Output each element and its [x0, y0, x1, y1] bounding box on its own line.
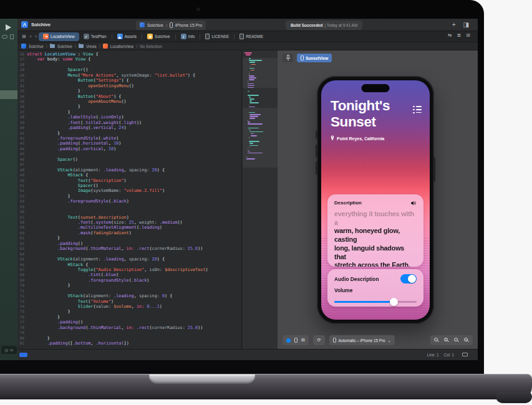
breadcrumb-item[interactable]: Solchive: [29, 44, 44, 49]
zoom-in-button[interactable]: +: [464, 338, 469, 343]
code-line: 60 .mask(fadingGradient): [17, 231, 241, 236]
testplan-icon: ✓: [84, 34, 89, 39]
minimap-line: [248, 122, 250, 123]
run-button[interactable]: [6, 24, 11, 31]
breakpoint-tag[interactable]: [19, 353, 27, 357]
code-line: 47: [17, 162, 241, 167]
selectable-preview-icon[interactable]: [294, 338, 297, 343]
code-editor[interactable]: 16struct LocationView : View {17 var bod…: [17, 50, 242, 349]
code-line: 64: [17, 252, 241, 257]
add-button[interactable]: +: [452, 21, 456, 29]
tab-assets[interactable]: Assets: [113, 32, 142, 41]
minimap-line: [249, 75, 254, 77]
back-button[interactable]: ‹: [30, 34, 32, 39]
line-indicator: Line: 1: [427, 353, 439, 357]
add-editor-icon[interactable]: ⊞: [466, 32, 470, 38]
zoom-out-button[interactable]: −: [434, 338, 439, 343]
editor-options-icon[interactable]: ≣: [457, 32, 462, 38]
location-row: Point Reyes, California: [331, 135, 384, 141]
rotate-device-button[interactable]: ⟳: [313, 335, 324, 345]
jump-bar: Solchive ⟩ Solchive ⟩ Views ⟩ LocationVi…: [17, 42, 478, 50]
debug-bar-pill[interactable]: ◷ ▭: [1, 346, 17, 354]
tab-locationview[interactable]: LocationView: [39, 32, 79, 41]
zoom-fit-button[interactable]: ▫: [454, 338, 459, 343]
location-pin-icon: [331, 135, 334, 141]
zoom-controls: − 1 ▫ +: [430, 335, 473, 345]
rotate-icon: ⟳: [317, 337, 321, 343]
breadcrumb-item[interactable]: No Selection: [140, 44, 162, 49]
display-icon[interactable]: [462, 353, 468, 356]
forward-button[interactable]: ›: [35, 34, 37, 39]
dynamic-island: [362, 84, 390, 92]
swift-file-icon: [43, 34, 49, 39]
toolbar: Solchive Solchive ⟩ iPhone 15 Pro Build …: [17, 19, 478, 31]
macbook-screen-bezel: ◷ ▭ Solchive Solchive ⟩ iPhone 15 Pro: [0, 0, 484, 374]
speaker-icon[interactable]: [410, 201, 417, 206]
macbook-chassis: [0, 374, 532, 399]
code-line: 79: [17, 330, 241, 335]
code-line: 77 .padding(): [17, 320, 241, 325]
inspector-toggle-icon[interactable]: ◨: [463, 21, 469, 29]
breadcrumb-item[interactable]: LocationView: [110, 44, 133, 49]
audio-description-label: Audio Description: [334, 276, 379, 282]
minimap-line: [248, 87, 254, 88]
code-line: 81 .padding([.bottom, .horizontal]): [17, 341, 241, 346]
iphone-icon: [170, 22, 173, 28]
code-line: 56: [17, 209, 241, 214]
zoom-actual-button[interactable]: 1: [444, 338, 449, 343]
tab-license[interactable]: LICENSE: [201, 32, 233, 41]
description-line: stretch across the Earth. The: [334, 261, 417, 267]
code-line: 70 }: [17, 283, 241, 288]
minimap[interactable]: [242, 50, 278, 349]
variants-grid-icon[interactable]: ⊞: [301, 337, 305, 343]
tab-testplan[interactable]: ✓ TestPlan: [79, 32, 111, 41]
minimap-line: [249, 100, 251, 102]
scheme-project-label: Solchive: [147, 23, 163, 27]
minimap-line: [248, 128, 259, 129]
scheme-selector[interactable]: Solchive ⟩ iPhone 15 Pro: [136, 21, 206, 30]
minimap-line: [249, 143, 253, 144]
location-label: Point Reyes, California: [337, 136, 384, 141]
breadcrumb-item[interactable]: Solchive: [57, 44, 72, 49]
swap-editor-icon[interactable]: ⇆: [448, 32, 452, 38]
strip-square-icon: [10, 34, 14, 39]
pin-preview-button[interactable]: [283, 54, 293, 62]
device-icon: [301, 55, 304, 60]
breadcrumb-item[interactable]: Views: [86, 44, 97, 49]
chevron-sep-icon: ⟩: [75, 44, 76, 48]
chevron-sep-icon: ⟩: [136, 44, 137, 48]
tab-solchive[interactable]: Solchive: [143, 32, 175, 41]
activity-viewer[interactable]: Build Succeeded | Today at 9:41 AM: [286, 21, 362, 30]
preview-view-tag[interactable]: SunsetView: [297, 54, 332, 62]
minimap-line: [249, 114, 260, 115]
code-line: 57 Text(sunset.description): [17, 215, 241, 220]
volume-slider[interactable]: [334, 298, 417, 306]
description-line: warm, honeyed glow, casting: [334, 227, 417, 244]
minimap-line: [248, 91, 249, 92]
tab-readme[interactable]: README: [235, 32, 268, 41]
code-line: 53 }: [17, 194, 241, 199]
navigator-selected-row[interactable]: [0, 90, 17, 99]
tab-label: Info: [188, 34, 195, 39]
preview-canvas: SunsetView Tonig: [278, 50, 478, 349]
code-line: 72 VStack(alignment: .leading, spacing: …: [17, 293, 241, 298]
list-bullet-menu-icon[interactable]: [413, 106, 422, 113]
editor-status-bar: Line: 1 Col: 1: [17, 349, 478, 360]
audio-description-toggle[interactable]: [400, 274, 417, 284]
power-button: [433, 157, 435, 182]
slider-thumb[interactable]: [390, 298, 398, 306]
preview-device-menu[interactable]: Automatic – iPhone 15 Pro ⌄: [329, 335, 395, 345]
related-items-icon[interactable]: ⊞: [22, 34, 26, 39]
code-line: 45: [17, 151, 241, 156]
live-preview-icon[interactable]: [286, 338, 291, 343]
build-status: Build Succeeded: [291, 23, 323, 27]
code-line: 35 openAboutMenu(): [17, 99, 241, 104]
code-line: 30 Menu("More Actions", systemImage: "li…: [17, 73, 241, 78]
tab-info[interactable]: i Info: [177, 32, 200, 41]
minimap-line: [251, 64, 256, 65]
col-indicator: Col: 1: [444, 353, 454, 357]
code-line: 61 }: [17, 236, 241, 241]
macbook-foot: [496, 392, 532, 403]
code-line: 63 .background(.thinMaterial, in: .rect(…: [17, 246, 241, 251]
chevron-sep-icon: ⟩: [99, 44, 100, 48]
